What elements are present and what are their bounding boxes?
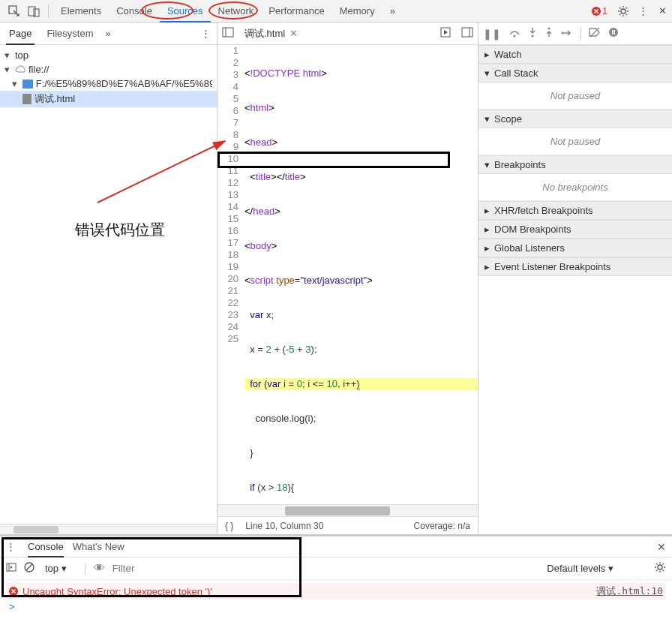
run-snippet-icon[interactable] <box>440 27 451 40</box>
drawer-tab-whatsnew[interactable]: What's New <box>73 536 124 557</box>
tab-memory[interactable]: Memory <box>332 0 382 23</box>
scroll-thumb[interactable] <box>285 506 390 515</box>
navigator-menu-icon[interactable]: ⋮ <box>201 28 217 39</box>
coverage-status: Coverage: n/a <box>414 521 470 531</box>
svg-point-11 <box>532 35 534 38</box>
svg-point-10 <box>514 35 516 37</box>
console-toolbar: top ▾ Default levels ▾ <box>0 557 672 580</box>
tree-folder[interactable]: ▾ F:/%E5%89%8D%E7%AB%AF/%E5%89 <box>0 77 217 91</box>
navigator-tab-more[interactable]: » <box>106 28 193 39</box>
console-drawer: ⋮ Console What's New ✕ top ▾ Default lev… <box>0 535 672 619</box>
chevron-down-icon: ▾ <box>484 68 490 79</box>
console-sidebar-toggle-icon[interactable] <box>6 563 16 574</box>
section-watch[interactable]: ▸Watch <box>478 45 672 64</box>
drawer-tab-console[interactable]: Console <box>28 536 64 557</box>
cursor-position: Line 10, Column 30 <box>245 521 323 531</box>
section-xhr[interactable]: ▸XHR/fetch Breakpoints <box>478 201 672 220</box>
editor-pane: 调试.html ✕ 123456789101112131415161718192… <box>218 23 478 534</box>
folder-icon <box>22 80 33 89</box>
step-into-icon[interactable] <box>528 27 537 40</box>
show-navigator-icon[interactable] <box>222 27 234 40</box>
clear-console-icon[interactable] <box>24 562 34 575</box>
svg-line-14 <box>590 28 599 37</box>
error-icon <box>9 587 18 596</box>
console-settings-icon[interactable] <box>654 561 666 575</box>
navigator-hscroll[interactable] <box>0 524 217 534</box>
debugger-toolbar: ❚❚ <box>478 23 672 45</box>
chevron-right-icon: ▸ <box>484 205 490 216</box>
close-devtools-icon[interactable]: ✕ <box>656 5 669 18</box>
section-event-listener[interactable]: ▸Event Listener Breakpoints <box>478 257 672 276</box>
svg-rect-1 <box>28 7 35 16</box>
scroll-thumb[interactable] <box>14 526 58 533</box>
chevron-right-icon: ▸ <box>484 49 490 60</box>
annotation-error-line-box <box>218 152 450 168</box>
console-filter-input[interactable] <box>112 563 202 574</box>
section-breakpoints[interactable]: ▾Breakpoints <box>478 155 672 174</box>
section-callstack[interactable]: ▾Call Stack <box>478 64 672 83</box>
drawer-menu-icon[interactable]: ⋮ <box>6 541 19 552</box>
context-selector[interactable]: top ▾ <box>42 561 77 575</box>
svg-rect-16 <box>612 30 614 35</box>
show-debugger-icon[interactable] <box>461 27 473 40</box>
file-tab-active[interactable]: 调试.html ✕ <box>240 23 302 45</box>
log-levels-selector[interactable]: Default levels ▾ <box>544 561 624 575</box>
section-global-listeners[interactable]: ▸Global Listeners <box>478 239 672 257</box>
callstack-body: Not paused <box>478 83 672 110</box>
chevron-down-icon: ▾ <box>12 78 20 89</box>
section-scope[interactable]: ▾Scope <box>478 110 672 128</box>
tree-file[interactable]: 调试.html <box>0 91 217 107</box>
error-message: Uncaught SyntaxError: Unexpected token '… <box>22 586 212 597</box>
step-over-icon[interactable] <box>508 28 520 40</box>
chevron-right-icon: ▸ <box>484 242 490 254</box>
cloud-icon <box>15 65 26 75</box>
code-editor[interactable]: 1234567891011121314151617181920212223242… <box>218 45 478 504</box>
navigator-tab-page[interactable]: Page <box>6 23 34 45</box>
tab-console[interactable]: Console <box>109 0 160 23</box>
navigator-tab-filesystem[interactable]: Filesystem <box>44 23 96 45</box>
deactivate-breakpoints-icon[interactable] <box>589 27 601 40</box>
svg-point-12 <box>548 28 550 30</box>
close-drawer-icon[interactable]: ✕ <box>657 541 666 553</box>
device-mode-icon[interactable] <box>27 5 40 18</box>
tabs-more[interactable]: » <box>382 0 403 23</box>
tab-elements[interactable]: Elements <box>53 0 109 23</box>
file-icon <box>22 94 32 104</box>
pause-icon[interactable]: ❚❚ <box>483 28 501 40</box>
svg-line-22 <box>26 564 32 570</box>
tree-domain[interactable]: ▾ file:// <box>0 62 217 77</box>
line-gutter[interactable]: 1234567891011121314151617181920212223242… <box>218 45 244 504</box>
console-error-line[interactable]: Uncaught SyntaxError: Unexpected token '… <box>6 583 666 599</box>
tab-network[interactable]: Network <box>211 0 262 23</box>
chevron-down-icon: ▾ <box>4 50 12 61</box>
tab-performance[interactable]: Performance <box>261 0 332 23</box>
close-file-icon[interactable]: ✕ <box>290 23 298 45</box>
step-icon[interactable] <box>561 28 573 40</box>
chevron-down-icon: ▾ <box>484 113 490 125</box>
tree-root[interactable]: ▾ top <box>0 48 217 62</box>
live-expression-icon[interactable] <box>93 563 105 574</box>
svg-rect-8 <box>462 28 472 37</box>
editor-hscroll[interactable] <box>218 504 478 516</box>
svg-point-15 <box>609 28 618 37</box>
section-dom[interactable]: ▸DOM Breakpoints <box>478 220 672 239</box>
chevron-down-icon: ▾ <box>484 159 490 170</box>
code-lines[interactable]: <!DOCTYPE html> <html> <head> <title></t… <box>244 45 478 504</box>
more-menu-icon[interactable]: ⋮ <box>636 5 650 18</box>
settings-icon[interactable] <box>616 5 630 18</box>
file-tree: ▾ top ▾ file:// ▾ F:/%E5%89%8D%E7%AB%AF/… <box>0 45 217 524</box>
chevron-right-icon: ▸ <box>484 261 490 272</box>
navigator-pane: Page Filesystem » ⋮ ▾ top ▾ file:// ▾ F:… <box>0 23 218 534</box>
pause-on-exceptions-icon[interactable] <box>608 27 619 40</box>
step-out-icon[interactable] <box>544 27 554 40</box>
svg-point-23 <box>97 565 101 569</box>
tab-sources[interactable]: Sources <box>160 0 211 23</box>
inspect-icon[interactable] <box>8 5 21 18</box>
console-prompt[interactable]: > <box>6 599 666 614</box>
tree-file-label: 调试.html <box>34 92 75 106</box>
pretty-print-icon[interactable]: { } <box>225 521 233 531</box>
svg-rect-5 <box>223 28 233 37</box>
editor-status-bar: { } Line 10, Column 30 Coverage: n/a <box>218 516 478 534</box>
errors-badge[interactable]: 1 <box>592 6 608 17</box>
error-source-link[interactable]: 调试.html:10 <box>596 584 663 598</box>
